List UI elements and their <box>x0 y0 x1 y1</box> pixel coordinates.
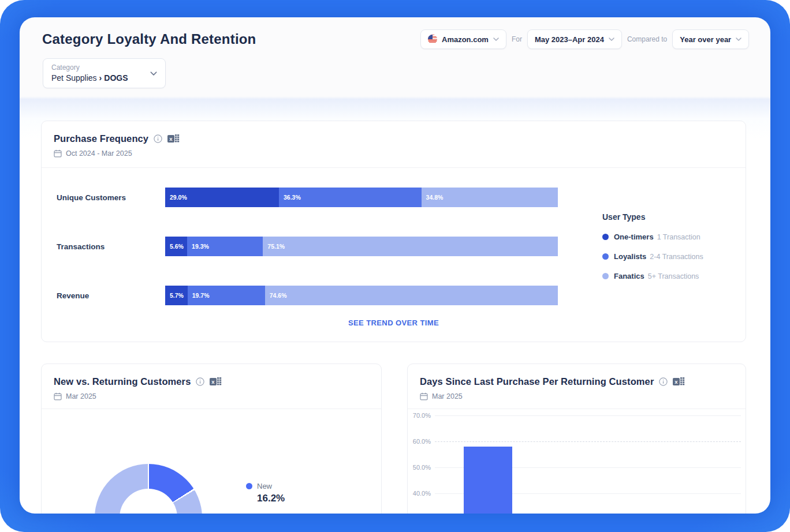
y-axis-tick-label: 40.0% <box>408 490 431 497</box>
category-selector[interactable]: Category Pet Supplies›DOGS <box>43 58 166 88</box>
legend-value-new: 16.2% <box>257 493 285 504</box>
bar-segment: 19.3% <box>187 237 263 256</box>
svg-text:x: x <box>212 379 215 385</box>
category-selector-value: Pet Supplies›DOGS <box>51 73 157 83</box>
comparison-dropdown[interactable]: Year over year <box>672 29 749 49</box>
info-icon[interactable] <box>154 134 162 143</box>
new-vs-returning-date: Mar 2025 <box>66 392 96 400</box>
category-path: Pet Supplies <box>51 73 97 83</box>
bar-segment: 19.7% <box>188 286 265 305</box>
chevron-down-icon <box>609 38 614 41</box>
legend-item: Fanatics5+ Transactions <box>602 272 703 280</box>
chevron-down-icon <box>493 38 499 41</box>
purchase-frequency-panel: Purchase Frequency x Oct 2024 - Mar 2025… <box>41 121 746 342</box>
dashboard-window: Category Loyalty And Retention Amazon.co… <box>20 17 770 514</box>
legend-description: 1 Transaction <box>657 233 700 241</box>
svg-text:x: x <box>169 136 173 142</box>
legend-item: Loyalists2-4 Transactions <box>602 252 703 261</box>
excel-export-icon[interactable]: x <box>673 377 685 387</box>
legend-dot <box>246 483 252 489</box>
user-types-legend: User Types One-timers1 TransactionLoyali… <box>602 212 703 280</box>
days-since-panel: Days Since Last Purchase Per Returning C… <box>407 364 746 514</box>
stacked-bar-row: Unique Customers29.0%36.3%34.8% <box>42 188 746 207</box>
days-since-title: Days Since Last Purchase Per Returning C… <box>420 376 654 387</box>
date-range-dropdown-value: May 2023–Apr 2024 <box>535 35 604 44</box>
bar-chart: 70.0%60.0%50.0%40.0% <box>408 409 746 514</box>
legend-label-new: New <box>257 482 272 490</box>
days-since-date: Mar 2025 <box>432 392 463 400</box>
domain-dropdown[interactable]: Amazon.com <box>420 29 506 49</box>
row-label: Unique Customers <box>57 193 126 202</box>
row-label: Transactions <box>57 242 105 251</box>
info-icon[interactable] <box>659 377 668 386</box>
user-types-legend-title: User Types <box>602 212 703 222</box>
domain-dropdown-value: Amazon.com <box>442 35 489 44</box>
excel-export-icon[interactable]: x <box>167 134 180 144</box>
bar-segment: 5.7% <box>165 286 188 305</box>
app-background: Category Loyalty And Retention Amazon.co… <box>0 0 790 532</box>
chevron-down-icon <box>150 72 157 76</box>
legend-label: Loyalists <box>614 252 646 261</box>
legend-label: Fanatics <box>614 272 644 280</box>
gridline <box>435 415 741 416</box>
bar-segment: 34.8% <box>422 188 558 207</box>
y-axis-tick-label: 60.0% <box>408 438 431 445</box>
new-vs-returning-title: New vs. Returning Customers <box>54 376 191 387</box>
bar <box>464 447 512 514</box>
legend-description: 2-4 Transactions <box>650 253 703 261</box>
y-axis-tick-label: 50.0% <box>408 464 431 471</box>
chevron-down-icon <box>736 38 741 41</box>
legend-label: One-timers <box>614 233 654 241</box>
new-vs-returning-panel: New vs. Returning Customers x Mar 2025 N… <box>41 364 382 514</box>
compared-to-label: Compared to <box>627 35 667 43</box>
stacked-bar-row: Revenue5.7%19.7%74.6% <box>42 286 746 305</box>
filter-bar: Amazon.com For May 2023–Apr 2024 Compare… <box>420 29 749 49</box>
page-title: Category Loyalty And Retention <box>42 31 256 47</box>
date-range-dropdown[interactable]: May 2023–Apr 2024 <box>527 29 622 49</box>
legend-description: 5+ Transactions <box>648 272 699 280</box>
comparison-dropdown-value: Year over year <box>680 35 731 44</box>
legend-dot <box>602 253 609 260</box>
calendar-icon <box>54 149 62 158</box>
category-separator: › <box>99 73 102 83</box>
category-selector-label: Category <box>51 63 157 72</box>
bar-segment: 5.6% <box>165 237 187 256</box>
bar-segment: 74.6% <box>265 286 558 305</box>
y-axis-tick-label: 70.0% <box>408 412 431 419</box>
excel-export-icon[interactable]: x <box>210 377 222 387</box>
calendar-icon <box>420 392 428 400</box>
legend-dot <box>602 234 609 240</box>
bar-segment: 36.3% <box>279 188 422 207</box>
donut-chart <box>95 464 202 514</box>
gridline <box>435 441 741 442</box>
divider <box>42 167 746 168</box>
donut-legend: New 16.2% <box>246 482 285 504</box>
purchase-frequency-date: Oct 2024 - Mar 2025 <box>66 149 132 158</box>
info-icon[interactable] <box>196 377 204 386</box>
category-selected: DOGS <box>104 73 128 83</box>
divider <box>42 409 381 409</box>
calendar-icon <box>54 392 62 400</box>
svg-text:x: x <box>675 379 679 385</box>
legend-dot <box>602 273 609 279</box>
bar-segment: 75.1% <box>263 237 558 256</box>
bar-segment: 29.0% <box>165 188 279 207</box>
legend-item: One-timers1 Transaction <box>602 233 703 241</box>
us-flag-icon <box>428 35 437 44</box>
purchase-frequency-title: Purchase Frequency <box>54 133 148 144</box>
see-trend-link[interactable]: SEE TREND OVER TIME <box>42 319 746 327</box>
for-label: For <box>512 35 522 43</box>
row-label: Revenue <box>57 291 89 300</box>
